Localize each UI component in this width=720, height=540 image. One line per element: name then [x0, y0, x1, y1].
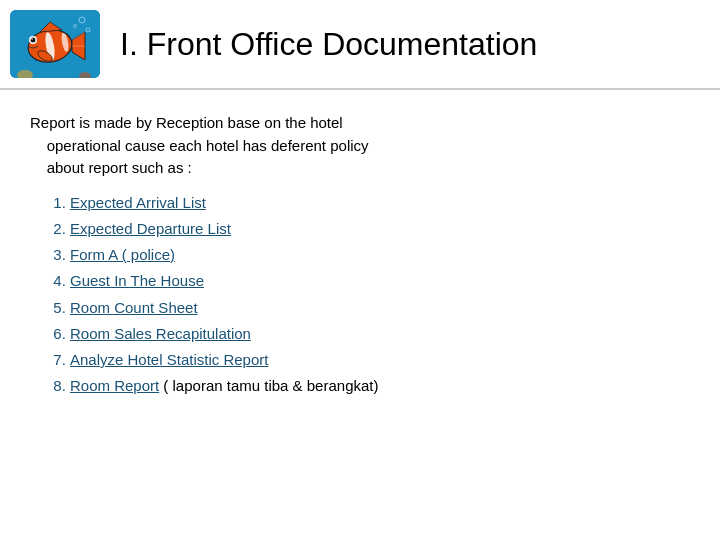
list-item-link[interactable]: Room Report: [70, 377, 159, 394]
intro-line3: about report such as :: [30, 159, 192, 176]
main-content: Report is made by Reception base on the …: [0, 90, 720, 410]
slide: I. Front Office Documentation Report is …: [0, 0, 720, 540]
header: I. Front Office Documentation: [0, 0, 720, 90]
list-item: Guest In The House: [70, 268, 690, 294]
svg-point-11: [31, 38, 36, 43]
list-item: Room Report ( laporan tamu tiba & berang…: [70, 373, 690, 399]
list-item-link[interactable]: Room Sales Recapitulation: [70, 325, 251, 342]
list-item-link[interactable]: Guest In The House: [70, 272, 204, 289]
list-item-link[interactable]: Analyze Hotel Statistic Report: [70, 351, 268, 368]
report-list: Expected Arrival ListExpected Departure …: [40, 190, 690, 400]
list-item: Expected Arrival List: [70, 190, 690, 216]
list-item-link[interactable]: Form A ( police): [70, 246, 175, 263]
list-item-link[interactable]: Expected Departure List: [70, 220, 231, 237]
list-item-link[interactable]: Room Count Sheet: [70, 299, 198, 316]
page-title: I. Front Office Documentation: [120, 26, 537, 63]
numbered-list-container: Expected Arrival ListExpected Departure …: [30, 190, 690, 400]
intro-line1: Report is made by Reception base on the …: [30, 114, 343, 131]
list-item: Expected Departure List: [70, 216, 690, 242]
list-item-link[interactable]: Expected Arrival List: [70, 194, 206, 211]
intro-line2: operational cause each hotel has deferen…: [30, 137, 369, 154]
logo-image: [10, 10, 100, 78]
svg-point-12: [31, 38, 33, 40]
intro-paragraph: Report is made by Reception base on the …: [30, 112, 690, 180]
list-item: Form A ( police): [70, 242, 690, 268]
list-item: Room Sales Recapitulation: [70, 321, 690, 347]
list-item: Room Count Sheet: [70, 295, 690, 321]
list-item: Analyze Hotel Statistic Report: [70, 347, 690, 373]
list-item-extra: ( laporan tamu tiba & berangkat): [159, 377, 378, 394]
